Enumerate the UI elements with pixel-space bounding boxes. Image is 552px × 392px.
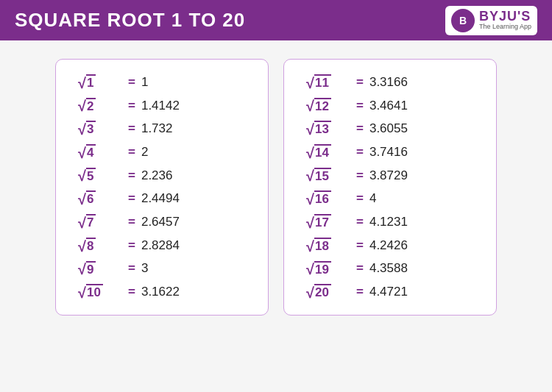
sqrt-expr: √14 bbox=[306, 144, 350, 160]
sqrt-expr: √9 bbox=[78, 261, 122, 277]
equals-sign: = bbox=[128, 215, 135, 229]
sqrt-number: 4 bbox=[86, 144, 96, 160]
table-row: √18 = 4.2426 bbox=[306, 238, 474, 254]
main-content: √1 = 1 √2 = 1.4142 √3 = 1.732 √4 = 2 √5 bbox=[0, 40, 552, 334]
sqrt-expr: √5 bbox=[78, 168, 122, 184]
sqrt-symbol: √ bbox=[78, 76, 86, 90]
sqrt-value: 3.3166 bbox=[369, 75, 408, 90]
sqrt-number: 10 bbox=[86, 284, 103, 300]
sqrt-symbol: √ bbox=[78, 99, 86, 113]
logo-text: BYJU'S The Learning App bbox=[479, 10, 531, 32]
sqrt-value: 1.732 bbox=[141, 121, 173, 136]
equals-sign: = bbox=[356, 285, 364, 299]
table-row: √13 = 3.6055 bbox=[306, 121, 474, 137]
sqrt-symbol: √ bbox=[306, 215, 314, 230]
sqrt-symbol: √ bbox=[78, 215, 86, 230]
sqrt-expr: √15 bbox=[306, 168, 350, 184]
table-row: √11 = 3.3166 bbox=[306, 74, 474, 90]
equals-sign: = bbox=[356, 121, 364, 136]
sqrt-symbol: √ bbox=[306, 99, 314, 113]
table-row: √2 = 1.4142 bbox=[78, 98, 246, 114]
sqrt-value: 2.236 bbox=[141, 168, 173, 183]
sqrt-number: 8 bbox=[86, 238, 96, 254]
sqrt-number: 20 bbox=[314, 284, 331, 300]
sqrt-value: 2.4494 bbox=[141, 191, 180, 206]
sqrt-number: 18 bbox=[314, 238, 331, 254]
table-row: √15 = 3.8729 bbox=[306, 168, 474, 184]
sqrt-symbol: √ bbox=[306, 192, 314, 207]
logo-tagline: The Learning App bbox=[479, 24, 531, 31]
equals-sign: = bbox=[356, 261, 364, 276]
equals-sign: = bbox=[128, 168, 135, 183]
sqrt-symbol: √ bbox=[306, 168, 314, 183]
sqrt-number: 12 bbox=[314, 98, 331, 114]
sqrt-expr: √10 bbox=[78, 284, 122, 300]
sqrt-expr: √13 bbox=[306, 121, 350, 137]
equals-sign: = bbox=[128, 261, 135, 276]
sqrt-value: 3.7416 bbox=[369, 145, 408, 160]
equals-sign: = bbox=[356, 75, 364, 90]
logo-name: BYJU'S bbox=[479, 10, 531, 24]
sqrt-symbol: √ bbox=[306, 146, 314, 160]
equals-sign: = bbox=[128, 238, 135, 253]
table-row: √16 = 4 bbox=[306, 190, 474, 207]
sqrt-number: 14 bbox=[314, 144, 331, 160]
sqrt-value: 1.4142 bbox=[141, 99, 180, 113]
sqrt-number: 3 bbox=[86, 121, 96, 137]
sqrt-symbol: √ bbox=[78, 146, 86, 160]
sqrt-expr: √2 bbox=[78, 98, 122, 114]
page-title: SQUARE ROOT 1 TO 20 bbox=[15, 9, 245, 32]
sqrt-number: 7 bbox=[86, 214, 96, 230]
equals-sign: = bbox=[128, 191, 135, 206]
sqrt-expr: √6 bbox=[78, 190, 122, 207]
sqrt-expr: √7 bbox=[78, 214, 122, 230]
sqrt-number: 16 bbox=[314, 190, 331, 207]
table-row: √3 = 1.732 bbox=[78, 121, 246, 137]
equals-sign: = bbox=[356, 215, 364, 229]
sqrt-symbol: √ bbox=[306, 262, 314, 277]
equals-sign: = bbox=[128, 145, 135, 160]
sqrt-value: 2 bbox=[141, 145, 148, 160]
header: SQUARE ROOT 1 TO 20 B BYJU'S The Learnin… bbox=[0, 0, 552, 40]
table-row: √5 = 2.236 bbox=[78, 168, 246, 184]
right-card: √11 = 3.3166 √12 = 3.4641 √13 = 3.6055 √… bbox=[283, 59, 497, 316]
equals-sign: = bbox=[128, 99, 135, 113]
sqrt-value: 3.6055 bbox=[369, 121, 408, 136]
sqrt-value: 2.6457 bbox=[141, 215, 180, 229]
table-row: √4 = 2 bbox=[78, 144, 246, 160]
sqrt-value: 4 bbox=[369, 191, 376, 206]
logo-icon: B bbox=[451, 9, 475, 32]
sqrt-value: 4.3588 bbox=[369, 261, 408, 276]
sqrt-number: 13 bbox=[314, 121, 331, 137]
table-row: √8 = 2.8284 bbox=[78, 238, 246, 254]
sqrt-symbol: √ bbox=[306, 239, 314, 254]
sqrt-number: 5 bbox=[86, 168, 96, 184]
equals-sign: = bbox=[128, 75, 135, 90]
equals-sign: = bbox=[128, 121, 135, 136]
sqrt-value: 3.8729 bbox=[369, 168, 408, 183]
table-row: √12 = 3.4641 bbox=[306, 98, 474, 114]
sqrt-expr: √20 bbox=[306, 284, 350, 300]
sqrt-expr: √16 bbox=[306, 190, 350, 207]
sqrt-expr: √8 bbox=[78, 238, 122, 254]
sqrt-expr: √1 bbox=[78, 74, 122, 90]
table-row: √1 = 1 bbox=[78, 74, 246, 90]
sqrt-number: 6 bbox=[86, 190, 96, 207]
equals-sign: = bbox=[356, 145, 364, 160]
sqrt-symbol: √ bbox=[78, 122, 86, 137]
sqrt-number: 11 bbox=[314, 74, 331, 90]
equals-sign: = bbox=[356, 238, 364, 253]
table-row: √20 = 4.4721 bbox=[306, 284, 474, 300]
table-row: √10 = 3.1622 bbox=[78, 284, 246, 300]
sqrt-symbol: √ bbox=[78, 168, 86, 183]
table-row: √14 = 3.7416 bbox=[306, 144, 474, 160]
sqrt-symbol: √ bbox=[306, 122, 314, 137]
sqrt-value: 4.4721 bbox=[369, 285, 408, 299]
table-row: √6 = 2.4494 bbox=[78, 190, 246, 207]
equals-sign: = bbox=[356, 191, 364, 206]
table-row: √9 = 3 bbox=[78, 261, 246, 277]
sqrt-expr: √18 bbox=[306, 238, 350, 254]
sqrt-value: 3.1622 bbox=[141, 285, 180, 299]
equals-sign: = bbox=[356, 168, 364, 183]
sqrt-symbol: √ bbox=[78, 192, 86, 207]
